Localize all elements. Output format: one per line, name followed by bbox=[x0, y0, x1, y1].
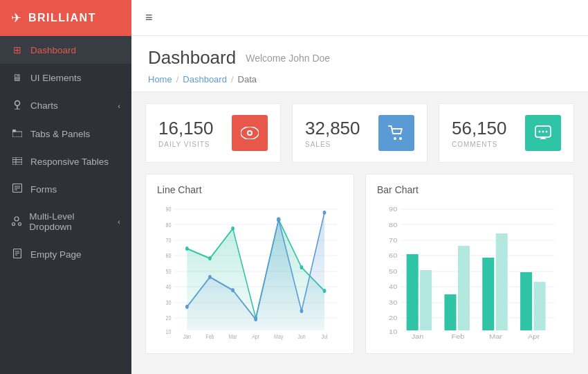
sidebar-item-tabs-panels[interactable]: Tabs & Panels bbox=[0, 120, 131, 148]
line-chart-card: Line Chart 90 80 70 60 50 bbox=[145, 174, 354, 354]
forms-icon bbox=[11, 184, 24, 195]
stat-icon-sales bbox=[378, 115, 414, 151]
bar-jan-s1 bbox=[407, 254, 419, 330]
stat-icon-comments bbox=[525, 115, 561, 151]
breadcrumb-home[interactable]: Home bbox=[148, 74, 172, 84]
sidebar-label-multi-level: Multi-Level Dropdown bbox=[29, 211, 111, 232]
sidebar-item-ui-elements[interactable]: 🖥 UI Elements bbox=[0, 64, 131, 91]
bar-feb-s2 bbox=[458, 246, 470, 330]
charts-row: Line Chart 90 80 70 60 50 bbox=[145, 174, 574, 354]
page-title: Dashboard bbox=[148, 47, 236, 69]
breadcrumb: Home / Dashboard / Data bbox=[148, 74, 571, 84]
menu-toggle-icon[interactable]: ≡ bbox=[145, 10, 153, 25]
sidebar-label-forms: Forms bbox=[30, 184, 57, 195]
sidebar-label-empty-page: Empty Page bbox=[30, 249, 82, 260]
breadcrumb-dashboard[interactable]: Dashboard bbox=[183, 74, 227, 84]
svg-point-14 bbox=[12, 222, 15, 225]
svg-text:60: 60 bbox=[389, 252, 398, 259]
svg-point-26 bbox=[539, 131, 541, 133]
line-chart-title: Line Chart bbox=[157, 184, 342, 195]
stat-number-daily-visits: 16,150 bbox=[158, 118, 214, 139]
bar-chart-title: Bar Chart bbox=[377, 184, 562, 195]
svg-text:50: 50 bbox=[166, 268, 172, 275]
breadcrumb-sep-2: / bbox=[231, 74, 234, 84]
sidebar-logo[interactable]: ✈ BRILLIANT bbox=[0, 0, 131, 36]
svg-text:30: 30 bbox=[166, 299, 172, 306]
content-area: 16,150 DAILY VISITS 32,850 SALES 56,15 bbox=[131, 92, 588, 374]
sidebar-label-ui-elements: UI Elements bbox=[30, 73, 82, 83]
multi-level-icon bbox=[11, 216, 22, 228]
bar-jan-s2 bbox=[420, 270, 432, 330]
svg-point-24 bbox=[399, 137, 402, 140]
svg-text:10: 10 bbox=[166, 328, 172, 335]
svg-text:60: 60 bbox=[166, 252, 172, 259]
svg-text:Jan: Jan bbox=[183, 333, 191, 340]
sidebar: ✈ BRILLIANT ⊞ Dashboard 🖥 UI Elements Ch… bbox=[0, 0, 131, 374]
svg-point-49 bbox=[231, 226, 235, 231]
bar-apr-s2 bbox=[534, 282, 546, 330]
sidebar-item-forms[interactable]: Forms bbox=[0, 175, 131, 203]
svg-point-48 bbox=[208, 256, 212, 260]
svg-text:50: 50 bbox=[389, 268, 398, 275]
sidebar-item-empty-page[interactable]: Empty Page bbox=[0, 240, 131, 269]
sidebar-label-dashboard: Dashboard bbox=[30, 45, 76, 55]
svg-text:Feb: Feb bbox=[452, 333, 465, 340]
charts-icon bbox=[11, 100, 24, 112]
svg-rect-5 bbox=[12, 157, 22, 165]
charts-chevron-icon: ‹ bbox=[118, 102, 120, 110]
svg-point-0 bbox=[15, 101, 20, 106]
svg-text:Jul: Jul bbox=[321, 333, 327, 340]
main-content: ≡ Dashboard Welcome John Doe Home / Dash… bbox=[131, 0, 588, 374]
bar-mar-s2 bbox=[496, 233, 508, 330]
svg-text:30: 30 bbox=[389, 299, 398, 306]
svg-text:May: May bbox=[274, 333, 284, 340]
empty-page-icon bbox=[11, 249, 24, 260]
page-header: Dashboard Welcome John Doe Home / Dashbo… bbox=[131, 36, 588, 92]
svg-point-59 bbox=[277, 217, 281, 222]
svg-text:80: 80 bbox=[166, 222, 172, 229]
svg-text:Apr: Apr bbox=[528, 333, 540, 340]
sidebar-label-responsive-tables: Responsive Tables bbox=[30, 157, 109, 167]
svg-point-60 bbox=[300, 309, 304, 313]
svg-point-13 bbox=[15, 217, 19, 221]
stat-label-daily-visits: DAILY VISITS bbox=[158, 141, 214, 148]
svg-point-28 bbox=[546, 131, 548, 133]
svg-point-55 bbox=[185, 305, 189, 309]
svg-rect-4 bbox=[12, 130, 16, 132]
sidebar-item-charts[interactable]: Charts ‹ bbox=[0, 91, 131, 120]
stat-card-comments: 56,150 COMMENTS bbox=[439, 103, 574, 163]
svg-text:20: 20 bbox=[389, 314, 398, 321]
logo-icon: ✈ bbox=[11, 10, 21, 26]
breadcrumb-current: Data bbox=[238, 74, 257, 84]
bar-chart-card: Bar Chart 90 80 70 60 50 bbox=[365, 174, 574, 354]
multi-level-chevron-icon: ‹ bbox=[118, 217, 120, 226]
dashboard-icon: ⊞ bbox=[11, 44, 24, 55]
sidebar-label-charts: Charts bbox=[30, 100, 58, 111]
svg-rect-3 bbox=[12, 132, 22, 137]
tabs-icon bbox=[11, 128, 24, 139]
tables-icon bbox=[11, 156, 24, 167]
stat-number-comments: 56,150 bbox=[452, 118, 507, 139]
sidebar-item-dashboard[interactable]: ⊞ Dashboard bbox=[0, 36, 131, 64]
sidebar-item-responsive-tables[interactable]: Responsive Tables bbox=[0, 148, 131, 175]
svg-text:Mar: Mar bbox=[489, 333, 503, 340]
svg-point-47 bbox=[185, 247, 189, 251]
stat-card-daily-visits: 16,150 DAILY VISITS bbox=[145, 103, 281, 163]
svg-text:Jan: Jan bbox=[412, 333, 424, 340]
svg-point-22 bbox=[248, 132, 251, 134]
bar-feb-s1 bbox=[444, 294, 456, 330]
svg-text:90: 90 bbox=[389, 206, 398, 213]
svg-point-56 bbox=[208, 275, 212, 279]
svg-point-15 bbox=[19, 222, 21, 225]
bar-chart-svg: 90 80 70 60 50 40 30 20 10 bbox=[377, 202, 562, 341]
sidebar-label-tabs-panels: Tabs & Panels bbox=[30, 129, 90, 139]
line-chart-svg: 90 80 70 60 50 40 30 20 10 bbox=[157, 202, 342, 341]
svg-text:20: 20 bbox=[166, 314, 172, 321]
svg-text:Mar: Mar bbox=[228, 333, 237, 340]
bar-apr-s1 bbox=[520, 272, 532, 330]
svg-text:Feb: Feb bbox=[205, 333, 214, 340]
sidebar-item-multi-level-dropdown[interactable]: Multi-Level Dropdown ‹ bbox=[0, 203, 131, 240]
svg-text:70: 70 bbox=[389, 237, 398, 244]
stat-icon-daily-visits bbox=[232, 115, 268, 151]
stat-label-comments: COMMENTS bbox=[452, 141, 507, 148]
